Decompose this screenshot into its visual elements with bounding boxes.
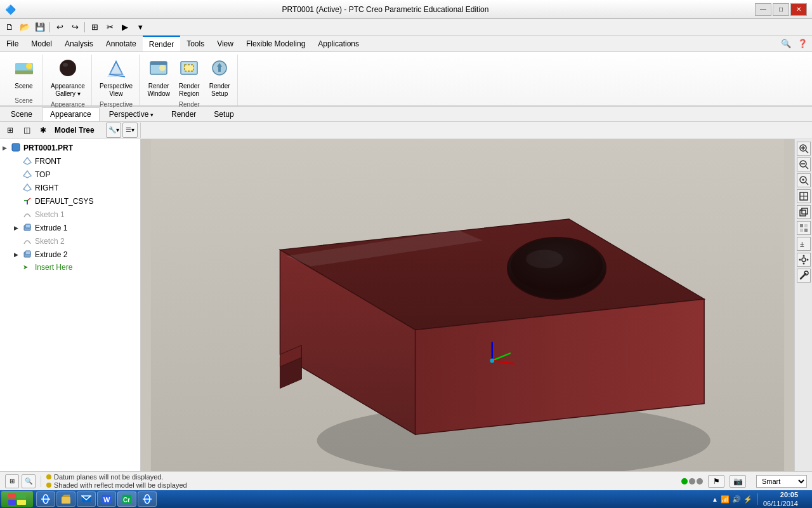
flag-button[interactable]: ⚑	[708, 475, 724, 488]
tree-item-sketch1[interactable]: Sketch 1	[0, 208, 140, 222]
redo-button[interactable]: ↪	[68, 21, 82, 34]
start-button[interactable]	[1, 491, 33, 507]
tree-options-button[interactable]: ✱	[36, 123, 51, 138]
render-window-button[interactable]: Render Window	[145, 56, 173, 100]
tree-item-sketch2[interactable]: Sketch 2	[0, 235, 140, 248]
tree-label-extrude2: Extrude 2	[35, 250, 67, 259]
menu-render[interactable]: Render	[143, 36, 180, 51]
taskbar-ie2[interactable]	[138, 491, 157, 507]
render-region-icon	[179, 58, 199, 81]
subtab-scene[interactable]: Scene	[3, 107, 41, 121]
menu-tools[interactable]: Tools	[180, 36, 211, 51]
expand-icon-prt0001: ▶	[3, 145, 11, 151]
ribbon-group-perspective-items: Perspective View	[97, 56, 135, 100]
save-button[interactable]: 💾	[33, 21, 47, 34]
close-button[interactable]: ✕	[790, 3, 807, 16]
tree-item-csys[interactable]: DEFAULT_CSYS	[0, 195, 140, 208]
open-button[interactable]: 📂	[18, 21, 32, 34]
menu-view[interactable]: View	[211, 36, 240, 51]
appearance-icon	[58, 58, 78, 81]
render-status-dot3	[697, 478, 703, 485]
subtab-perspective[interactable]: Perspective	[101, 107, 162, 121]
taskbar-outlook[interactable]	[77, 491, 96, 507]
tree-item-top[interactable]: TOP	[0, 168, 140, 182]
expand-icon-extrude1: ▶	[14, 225, 23, 231]
tree-item-front[interactable]: FRONT	[0, 155, 140, 168]
display-style-button[interactable]	[797, 221, 811, 235]
zoom-out-button[interactable]	[797, 157, 811, 171]
run-button[interactable]: ▶	[118, 21, 132, 34]
render-region-button[interactable]: Render Region	[175, 56, 203, 100]
undo-button[interactable]: ↩	[53, 21, 67, 34]
svg-text:±: ±	[800, 240, 804, 249]
menu-analysis[interactable]: Analysis	[58, 36, 100, 51]
tree-filter-button[interactable]: 🔧▾	[106, 123, 121, 138]
expand-icon-extrude2: ▶	[14, 251, 23, 258]
menu-flexible-modeling[interactable]: Flexible Modeling	[240, 36, 311, 51]
zoom-in-button[interactable]	[797, 142, 811, 156]
svg-rect-62	[800, 224, 803, 227]
tree-item-extrude1[interactable]: ▶ Extrude 1	[0, 222, 140, 235]
appearance-gallery-button[interactable]: Appearance Gallery ▾	[48, 56, 88, 100]
svg-rect-77	[17, 500, 26, 505]
tools-button[interactable]	[797, 269, 811, 283]
regenerate-button[interactable]: ⊞	[88, 21, 102, 34]
menu-applications[interactable]: Applications	[311, 36, 365, 51]
systray-battery: ⚡	[743, 495, 752, 504]
subtab-setup[interactable]: Setup	[206, 107, 242, 121]
perspective-view-button[interactable]: Perspective View	[97, 56, 135, 100]
maximize-button[interactable]: □	[773, 3, 789, 16]
taskbar-ie[interactable]	[36, 491, 55, 507]
tree-label-extrude1: Extrude 1	[35, 224, 67, 232]
cut-button[interactable]: ✂	[103, 21, 117, 34]
render-region-label: Render Region	[179, 83, 200, 98]
settings-button[interactable]	[797, 253, 811, 267]
menu-file[interactable]: File	[0, 36, 25, 51]
menu-model[interactable]: Model	[25, 36, 58, 51]
scene-button[interactable]: Scene	[10, 56, 38, 92]
tree-item-right[interactable]: RIGHT	[0, 182, 140, 195]
view-orient-button[interactable]	[797, 189, 811, 203]
viewport[interactable]	[141, 139, 794, 471]
render-setup-button[interactable]: Render Setup	[206, 56, 233, 100]
subtab-render[interactable]: Render	[163, 107, 204, 121]
tree-view-button[interactable]: ⊞	[3, 123, 18, 138]
ribbon-group-render: Render Window Render Region	[141, 55, 238, 105]
camera-button[interactable]: 📷	[730, 475, 746, 488]
taskbar-word[interactable]: W	[97, 491, 116, 507]
help-button[interactable]: ❓	[796, 37, 809, 50]
render-status-dot2	[689, 478, 695, 485]
ribbon-group-appearance: Appearance Gallery ▾ Appearance	[44, 55, 92, 105]
help-search-button[interactable]: 🔍	[779, 37, 793, 50]
status-search-button[interactable]: 🔍	[22, 474, 36, 488]
system-time[interactable]: 20:05 06/11/2014	[763, 490, 798, 508]
sketch-icon-1	[23, 210, 33, 220]
status-model-button[interactable]: ⊞	[5, 474, 19, 488]
svg-rect-65	[804, 229, 808, 232]
model-tree-area: ▶ PRT0001.PRT FRONT	[0, 139, 140, 471]
tree-item-prt0001[interactable]: ▶ PRT0001.PRT	[0, 142, 140, 155]
annotation-button[interactable]: ±	[797, 237, 811, 251]
new-button[interactable]: 🗋	[3, 21, 16, 34]
taskbar-explorer[interactable]	[56, 491, 75, 507]
systray-up-arrow[interactable]: ▲	[712, 496, 718, 503]
view-select[interactable]: Smart	[756, 475, 807, 488]
taskbar-creo[interactable]: Cr	[117, 491, 136, 507]
tree-label-front: FRONT	[35, 157, 61, 166]
tree-item-extrude2[interactable]: ▶ Extrude 2	[0, 248, 140, 262]
insert-here-icon: ➤	[23, 264, 33, 271]
view-3d-button[interactable]	[797, 205, 811, 219]
minimize-button[interactable]: —	[755, 3, 771, 16]
subtab-appearance[interactable]: Appearance	[42, 107, 100, 121]
tree-item-insert-here[interactable]: ➤ Insert Here	[0, 262, 140, 273]
svg-rect-15	[218, 67, 221, 72]
svg-rect-1	[15, 70, 33, 74]
model-tree-title: Model Tree	[55, 126, 95, 135]
tree-menu-button[interactable]: ☰▾	[122, 123, 138, 138]
menu-annotate[interactable]: Annotate	[100, 36, 143, 51]
customize-button[interactable]: ▾	[133, 21, 147, 34]
tree-select-button[interactable]: ◫	[19, 123, 34, 138]
zoom-fit-button[interactable]	[797, 173, 811, 187]
render-status-dot	[681, 478, 688, 485]
svg-point-39	[490, 358, 494, 363]
